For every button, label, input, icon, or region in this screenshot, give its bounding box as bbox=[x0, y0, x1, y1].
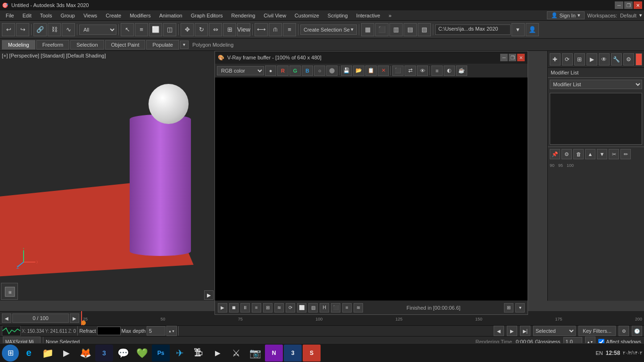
tab-populate[interactable]: Populate bbox=[146, 40, 179, 49]
taskbar-mpc-be[interactable]: ▶ bbox=[208, 345, 226, 362]
taskbar-winrar[interactable]: 🗜 bbox=[190, 345, 207, 362]
vray-close-button[interactable]: ✕ bbox=[517, 54, 525, 61]
toolbar-btn-4[interactable]: ▤ bbox=[404, 23, 417, 36]
vray-status-btn-5[interactable]: ⊞ bbox=[263, 303, 272, 313]
vray-status-btn-6[interactable]: ≋ bbox=[274, 303, 284, 313]
menu-edit[interactable]: Edit bbox=[19, 12, 35, 19]
mirror-button[interactable]: ⟷ bbox=[255, 23, 268, 36]
timeline-prev-btn[interactable]: ◀ bbox=[2, 313, 11, 323]
rp-color-swatch[interactable] bbox=[636, 53, 642, 66]
redo-button[interactable]: ↪ bbox=[16, 23, 29, 36]
taskbar-csgo[interactable]: ⚔ bbox=[227, 345, 245, 362]
create-selection-button[interactable]: Create Selection Se ▾ bbox=[300, 25, 357, 35]
rp-utilities-btn[interactable]: 🔧 bbox=[611, 53, 622, 66]
rp-hierarchy-btn[interactable]: ⊞ bbox=[574, 53, 585, 66]
vray-white-channel-btn[interactable]: ○ bbox=[314, 66, 325, 76]
vray-status-btn-7[interactable]: ⟳ bbox=[286, 303, 295, 313]
timeline-next-btn[interactable]: ▶ bbox=[70, 313, 79, 323]
menu-animation[interactable]: Animation bbox=[156, 12, 186, 19]
vray-status-btn-9[interactable]: ▨ bbox=[308, 303, 318, 313]
vray-b-button[interactable]: B bbox=[302, 66, 313, 76]
taskbar-onenote[interactable]: N bbox=[265, 345, 283, 362]
time-config-btn[interactable]: 🕐 bbox=[632, 326, 642, 336]
menu-customize[interactable]: Customize bbox=[291, 12, 323, 19]
vray-save-button[interactable]: 💾 bbox=[341, 66, 352, 76]
tab-modeling[interactable]: Modeling bbox=[2, 40, 35, 49]
menu-create[interactable]: Create bbox=[102, 12, 125, 19]
move-button[interactable]: ✥ bbox=[181, 23, 194, 36]
viewport-play-button[interactable]: ▶ bbox=[204, 290, 214, 300]
taskbar-3dsmax[interactable]: 3 bbox=[95, 345, 113, 362]
vray-tea-button[interactable]: ☕ bbox=[456, 66, 467, 76]
toolbar-btn-2[interactable]: ⬛ bbox=[375, 23, 388, 36]
vray-zoom-btn[interactable]: ⊞ bbox=[504, 303, 513, 313]
taskbar-photoshop[interactable]: Ps bbox=[152, 345, 170, 362]
unlink-button[interactable]: ⛓ bbox=[48, 23, 61, 36]
undo-button[interactable]: ↩ bbox=[2, 23, 15, 36]
rp-delete-btn[interactable]: 🗑 bbox=[573, 149, 584, 159]
menu-more[interactable]: » bbox=[385, 12, 395, 19]
windows-start-button[interactable]: ⊞ bbox=[2, 345, 19, 362]
link-button[interactable]: 🔗 bbox=[33, 23, 47, 36]
reference-coord-button[interactable]: View bbox=[237, 23, 250, 36]
menu-civil-view[interactable]: Civil View bbox=[260, 12, 289, 19]
menu-interactive[interactable]: Interactive bbox=[353, 12, 384, 19]
rp-motion-btn[interactable]: ▶ bbox=[586, 53, 597, 66]
vray-gray-channel-btn[interactable]: ⬤ bbox=[326, 66, 338, 76]
vray-open-button[interactable]: 📂 bbox=[353, 66, 364, 76]
rp-cut-btn[interactable]: ✂ bbox=[609, 149, 619, 159]
manage-layers-button[interactable]: ≡ bbox=[283, 23, 296, 36]
graph-display-btn[interactable]: ▦ bbox=[361, 23, 374, 36]
sub-toolbar-settings[interactable]: ▾ bbox=[180, 41, 189, 49]
select-by-name-button[interactable]: ≡ bbox=[135, 23, 148, 36]
toolbar-btn-3[interactable]: ▥ bbox=[389, 23, 403, 36]
tab-freeform[interactable]: Freeform bbox=[36, 40, 70, 49]
key-prev-btn[interactable]: ◀ bbox=[494, 326, 504, 336]
vray-status-btn-11[interactable]: ⬛ bbox=[331, 303, 340, 313]
timeline-progress[interactable]: 0 / 100 bbox=[12, 313, 69, 323]
vray-lut-button[interactable]: ≡ bbox=[431, 66, 443, 76]
scale-button[interactable]: ⇔ bbox=[209, 23, 222, 36]
rp-move-up-btn[interactable]: ▲ bbox=[585, 149, 595, 159]
menu-graph-editors[interactable]: Graph Editors bbox=[187, 12, 227, 19]
key-filters-button[interactable]: Key Filters... bbox=[578, 326, 616, 336]
rp-configure-btn[interactable]: ⚙ bbox=[561, 149, 572, 159]
vray-scroll-btn[interactable]: ▾ bbox=[515, 303, 525, 313]
vray-stereo-button[interactable]: 👁 bbox=[417, 66, 428, 76]
refract-swatch[interactable] bbox=[97, 327, 121, 335]
selected-dropdown[interactable]: Selected All None bbox=[533, 326, 576, 336]
vray-status-btn-12[interactable]: ≡ bbox=[342, 303, 352, 313]
vray-status-btn-1[interactable]: ▶ bbox=[218, 303, 227, 313]
rp-display-btn[interactable]: 👁 bbox=[599, 53, 610, 66]
window-crossing-button[interactable]: ◫ bbox=[163, 23, 176, 36]
sign-in-button[interactable]: 👤 Sign In ▾ bbox=[547, 11, 585, 19]
menu-group[interactable]: Group bbox=[57, 12, 79, 19]
rp-move-down-btn[interactable]: ▼ bbox=[597, 149, 607, 159]
rp-edit-btn[interactable]: ✏ bbox=[620, 149, 631, 159]
taskbar-discord[interactable]: 💬 bbox=[114, 345, 132, 362]
window-controls[interactable]: ─ ❐ ✕ bbox=[615, 1, 642, 9]
taskbar-sumatra[interactable]: S bbox=[303, 345, 321, 362]
vray-g-button[interactable]: G bbox=[289, 66, 301, 76]
playback-settings-btn[interactable]: ⚙ bbox=[619, 326, 629, 336]
vray-clear-button[interactable]: ✕ bbox=[378, 66, 389, 76]
vray-copy-button[interactable]: 📋 bbox=[365, 66, 377, 76]
nav-cube[interactable]: ⊞ bbox=[1, 283, 18, 300]
vray-status-btn-10[interactable]: H bbox=[320, 303, 329, 313]
taskbar-greenshot[interactable]: 📷 bbox=[246, 345, 264, 362]
vray-region-button[interactable]: ⬛ bbox=[392, 66, 404, 76]
scale2-button[interactable]: ⊞ bbox=[223, 23, 236, 36]
menu-file[interactable]: File bbox=[2, 12, 18, 19]
rp-settings-btn[interactable]: ⚙ bbox=[623, 53, 634, 66]
vray-ocio-button[interactable]: ◐ bbox=[444, 66, 455, 76]
taskbar-telegram[interactable]: ✈ bbox=[171, 345, 189, 362]
max-depth-up[interactable]: ▲▼ bbox=[166, 326, 177, 336]
align-button[interactable]: ⫙ bbox=[269, 23, 282, 36]
rp-create-btn[interactable]: ✚ bbox=[550, 53, 561, 66]
taskbar-firefox[interactable]: 🦊 bbox=[76, 345, 94, 362]
max-depth-input[interactable]: 5 bbox=[147, 326, 165, 336]
taskbar-explorer[interactable]: 📁 bbox=[39, 345, 57, 362]
rotate-button[interactable]: ↻ bbox=[195, 23, 208, 36]
bind-space-warp-button[interactable]: ∿ bbox=[62, 23, 75, 36]
close-button[interactable]: ✕ bbox=[634, 1, 642, 9]
